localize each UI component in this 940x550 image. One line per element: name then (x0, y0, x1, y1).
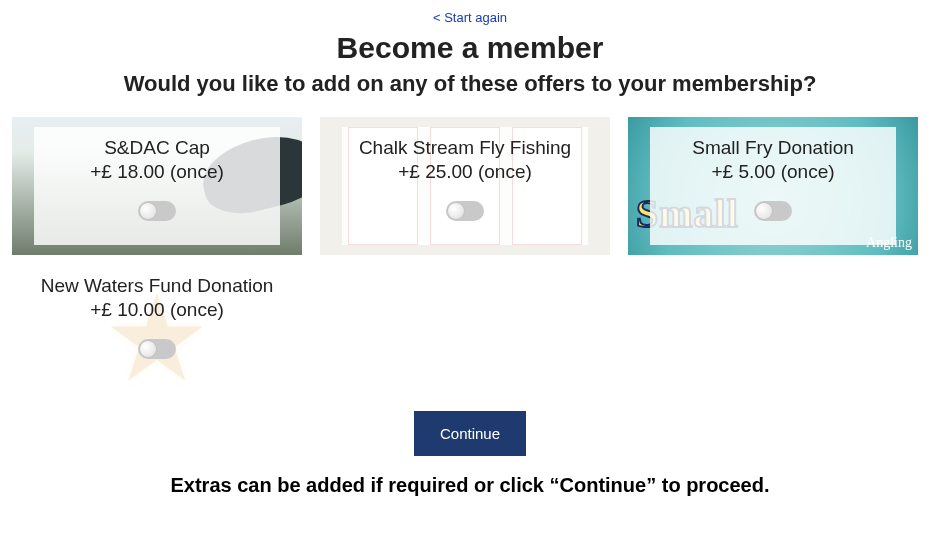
offer-price: +£ 18.00 (once) (34, 161, 280, 183)
footer-note: Extras can be added if required or click… (0, 474, 940, 497)
start-again-link[interactable]: < Start again (433, 10, 507, 25)
offer-card-smallfry: SmallAngling Small Fry Donation +£ 5.00 … (628, 117, 918, 255)
offers-grid: S&DAC Cap +£ 18.00 (once) Chalk Stream F… (0, 117, 940, 393)
offer-card-newwaters: ★ New Waters Fund Donation +£ 10.00 (onc… (12, 255, 302, 393)
offer-price: +£ 25.00 (once) (342, 161, 588, 183)
offer-toggle[interactable] (754, 201, 792, 221)
offer-card-cap: S&DAC Cap +£ 18.00 (once) (12, 117, 302, 255)
offer-title: Chalk Stream Fly Fishing (342, 137, 588, 159)
offer-toggle[interactable] (446, 201, 484, 221)
page-subtitle: Would you like to add on any of these of… (0, 71, 940, 97)
offer-title: Small Fry Donation (650, 137, 896, 159)
offer-toggle[interactable] (138, 201, 176, 221)
page-title: Become a member (0, 31, 940, 65)
continue-button[interactable]: Continue (414, 411, 526, 456)
offer-price: +£ 10.00 (once) (34, 299, 280, 321)
offer-title: S&DAC Cap (34, 137, 280, 159)
offer-title: New Waters Fund Donation (34, 275, 280, 297)
offer-toggle[interactable] (138, 339, 176, 359)
offer-card-book: Chalk Stream Fly Fishing +£ 25.00 (once) (320, 117, 610, 255)
offer-price: +£ 5.00 (once) (650, 161, 896, 183)
